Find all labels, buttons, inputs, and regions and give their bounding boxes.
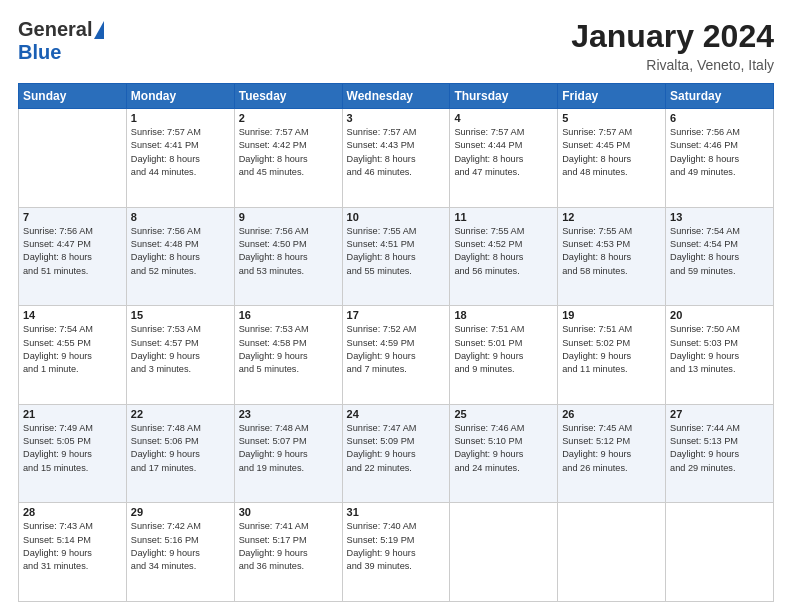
cell-content: Sunrise: 7:55 AM Sunset: 4:52 PM Dayligh… bbox=[454, 225, 553, 278]
day-number: 19 bbox=[562, 309, 661, 321]
day-number: 26 bbox=[562, 408, 661, 420]
day-number: 5 bbox=[562, 112, 661, 124]
cell-content: Sunrise: 7:41 AM Sunset: 5:17 PM Dayligh… bbox=[239, 520, 338, 573]
calendar-cell bbox=[666, 503, 774, 602]
calendar-cell bbox=[558, 503, 666, 602]
day-number: 23 bbox=[239, 408, 338, 420]
day-number: 18 bbox=[454, 309, 553, 321]
day-number: 16 bbox=[239, 309, 338, 321]
cell-content: Sunrise: 7:48 AM Sunset: 5:07 PM Dayligh… bbox=[239, 422, 338, 475]
calendar-cell: 19Sunrise: 7:51 AM Sunset: 5:02 PM Dayli… bbox=[558, 306, 666, 405]
calendar-week-2: 14Sunrise: 7:54 AM Sunset: 4:55 PM Dayli… bbox=[19, 306, 774, 405]
cell-content: Sunrise: 7:56 AM Sunset: 4:47 PM Dayligh… bbox=[23, 225, 122, 278]
cell-content: Sunrise: 7:45 AM Sunset: 5:12 PM Dayligh… bbox=[562, 422, 661, 475]
calendar-cell: 26Sunrise: 7:45 AM Sunset: 5:12 PM Dayli… bbox=[558, 404, 666, 503]
weekday-header-saturday: Saturday bbox=[666, 84, 774, 109]
day-number: 30 bbox=[239, 506, 338, 518]
weekday-header-thursday: Thursday bbox=[450, 84, 558, 109]
calendar-cell: 22Sunrise: 7:48 AM Sunset: 5:06 PM Dayli… bbox=[126, 404, 234, 503]
cell-content: Sunrise: 7:44 AM Sunset: 5:13 PM Dayligh… bbox=[670, 422, 769, 475]
day-number: 12 bbox=[562, 211, 661, 223]
calendar-week-0: 1Sunrise: 7:57 AM Sunset: 4:41 PM Daylig… bbox=[19, 109, 774, 208]
day-number: 15 bbox=[131, 309, 230, 321]
calendar-cell bbox=[19, 109, 127, 208]
weekday-header-monday: Monday bbox=[126, 84, 234, 109]
weekday-header-wednesday: Wednesday bbox=[342, 84, 450, 109]
day-number: 2 bbox=[239, 112, 338, 124]
calendar-cell: 9Sunrise: 7:56 AM Sunset: 4:50 PM Daylig… bbox=[234, 207, 342, 306]
calendar-cell: 24Sunrise: 7:47 AM Sunset: 5:09 PM Dayli… bbox=[342, 404, 450, 503]
calendar-cell: 6Sunrise: 7:56 AM Sunset: 4:46 PM Daylig… bbox=[666, 109, 774, 208]
calendar-cell: 14Sunrise: 7:54 AM Sunset: 4:55 PM Dayli… bbox=[19, 306, 127, 405]
calendar-week-4: 28Sunrise: 7:43 AM Sunset: 5:14 PM Dayli… bbox=[19, 503, 774, 602]
day-number: 29 bbox=[131, 506, 230, 518]
calendar-cell: 1Sunrise: 7:57 AM Sunset: 4:41 PM Daylig… bbox=[126, 109, 234, 208]
cell-content: Sunrise: 7:55 AM Sunset: 4:51 PM Dayligh… bbox=[347, 225, 446, 278]
page-header: General Blue January 2024 Rivalta, Venet… bbox=[18, 18, 774, 73]
day-number: 27 bbox=[670, 408, 769, 420]
cell-content: Sunrise: 7:53 AM Sunset: 4:58 PM Dayligh… bbox=[239, 323, 338, 376]
calendar-cell: 27Sunrise: 7:44 AM Sunset: 5:13 PM Dayli… bbox=[666, 404, 774, 503]
weekday-header-friday: Friday bbox=[558, 84, 666, 109]
cell-content: Sunrise: 7:49 AM Sunset: 5:05 PM Dayligh… bbox=[23, 422, 122, 475]
day-number: 25 bbox=[454, 408, 553, 420]
cell-content: Sunrise: 7:57 AM Sunset: 4:41 PM Dayligh… bbox=[131, 126, 230, 179]
day-number: 13 bbox=[670, 211, 769, 223]
day-number: 4 bbox=[454, 112, 553, 124]
cell-content: Sunrise: 7:54 AM Sunset: 4:54 PM Dayligh… bbox=[670, 225, 769, 278]
cell-content: Sunrise: 7:42 AM Sunset: 5:16 PM Dayligh… bbox=[131, 520, 230, 573]
calendar-cell: 2Sunrise: 7:57 AM Sunset: 4:42 PM Daylig… bbox=[234, 109, 342, 208]
calendar-cell: 20Sunrise: 7:50 AM Sunset: 5:03 PM Dayli… bbox=[666, 306, 774, 405]
calendar-cell: 3Sunrise: 7:57 AM Sunset: 4:43 PM Daylig… bbox=[342, 109, 450, 208]
day-number: 1 bbox=[131, 112, 230, 124]
calendar-cell: 23Sunrise: 7:48 AM Sunset: 5:07 PM Dayli… bbox=[234, 404, 342, 503]
calendar-week-1: 7Sunrise: 7:56 AM Sunset: 4:47 PM Daylig… bbox=[19, 207, 774, 306]
cell-content: Sunrise: 7:56 AM Sunset: 4:46 PM Dayligh… bbox=[670, 126, 769, 179]
day-number: 22 bbox=[131, 408, 230, 420]
cell-content: Sunrise: 7:43 AM Sunset: 5:14 PM Dayligh… bbox=[23, 520, 122, 573]
cell-content: Sunrise: 7:40 AM Sunset: 5:19 PM Dayligh… bbox=[347, 520, 446, 573]
day-number: 21 bbox=[23, 408, 122, 420]
calendar-cell: 4Sunrise: 7:57 AM Sunset: 4:44 PM Daylig… bbox=[450, 109, 558, 208]
weekday-header-row: SundayMondayTuesdayWednesdayThursdayFrid… bbox=[19, 84, 774, 109]
day-number: 14 bbox=[23, 309, 122, 321]
calendar-cell: 18Sunrise: 7:51 AM Sunset: 5:01 PM Dayli… bbox=[450, 306, 558, 405]
cell-content: Sunrise: 7:56 AM Sunset: 4:48 PM Dayligh… bbox=[131, 225, 230, 278]
calendar-week-3: 21Sunrise: 7:49 AM Sunset: 5:05 PM Dayli… bbox=[19, 404, 774, 503]
cell-content: Sunrise: 7:48 AM Sunset: 5:06 PM Dayligh… bbox=[131, 422, 230, 475]
cell-content: Sunrise: 7:57 AM Sunset: 4:43 PM Dayligh… bbox=[347, 126, 446, 179]
calendar-cell: 30Sunrise: 7:41 AM Sunset: 5:17 PM Dayli… bbox=[234, 503, 342, 602]
weekday-header-tuesday: Tuesday bbox=[234, 84, 342, 109]
cell-content: Sunrise: 7:57 AM Sunset: 4:42 PM Dayligh… bbox=[239, 126, 338, 179]
calendar-cell: 5Sunrise: 7:57 AM Sunset: 4:45 PM Daylig… bbox=[558, 109, 666, 208]
calendar-cell bbox=[450, 503, 558, 602]
logo-blue: Blue bbox=[18, 41, 61, 64]
day-number: 17 bbox=[347, 309, 446, 321]
calendar-cell: 10Sunrise: 7:55 AM Sunset: 4:51 PM Dayli… bbox=[342, 207, 450, 306]
cell-content: Sunrise: 7:50 AM Sunset: 5:03 PM Dayligh… bbox=[670, 323, 769, 376]
calendar-table: SundayMondayTuesdayWednesdayThursdayFrid… bbox=[18, 83, 774, 602]
cell-content: Sunrise: 7:47 AM Sunset: 5:09 PM Dayligh… bbox=[347, 422, 446, 475]
location: Rivalta, Veneto, Italy bbox=[571, 57, 774, 73]
day-number: 9 bbox=[239, 211, 338, 223]
day-number: 31 bbox=[347, 506, 446, 518]
cell-content: Sunrise: 7:52 AM Sunset: 4:59 PM Dayligh… bbox=[347, 323, 446, 376]
cell-content: Sunrise: 7:51 AM Sunset: 5:01 PM Dayligh… bbox=[454, 323, 553, 376]
calendar-cell: 17Sunrise: 7:52 AM Sunset: 4:59 PM Dayli… bbox=[342, 306, 450, 405]
day-number: 8 bbox=[131, 211, 230, 223]
cell-content: Sunrise: 7:53 AM Sunset: 4:57 PM Dayligh… bbox=[131, 323, 230, 376]
logo-triangle-icon bbox=[94, 21, 104, 39]
cell-content: Sunrise: 7:57 AM Sunset: 4:44 PM Dayligh… bbox=[454, 126, 553, 179]
day-number: 11 bbox=[454, 211, 553, 223]
cell-content: Sunrise: 7:46 AM Sunset: 5:10 PM Dayligh… bbox=[454, 422, 553, 475]
calendar-cell: 12Sunrise: 7:55 AM Sunset: 4:53 PM Dayli… bbox=[558, 207, 666, 306]
logo-general: General bbox=[18, 18, 92, 41]
day-number: 10 bbox=[347, 211, 446, 223]
month-title: January 2024 bbox=[571, 18, 774, 55]
calendar-cell: 11Sunrise: 7:55 AM Sunset: 4:52 PM Dayli… bbox=[450, 207, 558, 306]
weekday-header-sunday: Sunday bbox=[19, 84, 127, 109]
calendar-cell: 29Sunrise: 7:42 AM Sunset: 5:16 PM Dayli… bbox=[126, 503, 234, 602]
logo: General Blue bbox=[18, 18, 104, 64]
cell-content: Sunrise: 7:56 AM Sunset: 4:50 PM Dayligh… bbox=[239, 225, 338, 278]
calendar-cell: 7Sunrise: 7:56 AM Sunset: 4:47 PM Daylig… bbox=[19, 207, 127, 306]
